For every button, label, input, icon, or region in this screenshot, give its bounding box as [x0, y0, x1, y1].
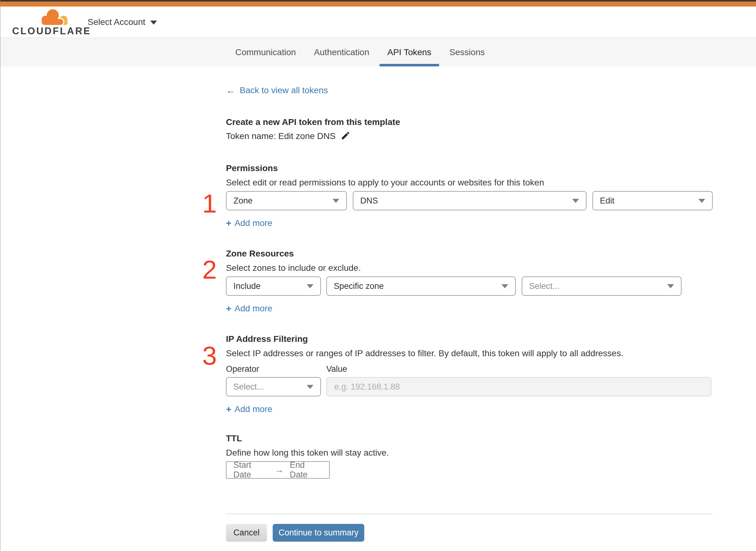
ip-filtering-heading: IP Address Filtering [226, 334, 713, 344]
account-selector-label: Select Account [88, 17, 145, 27]
account-selector[interactable]: Select Account [88, 17, 157, 27]
continue-to-summary-button[interactable]: Continue to summary [273, 524, 364, 542]
ip-value-input[interactable] [326, 377, 711, 397]
tab-communication[interactable]: Communication [227, 38, 304, 66]
brand-accent-bar [0, 2, 756, 7]
permission-resource-select[interactable]: DNS [353, 191, 587, 210]
ttl-date-range-picker[interactable]: Start Date → End Date [226, 461, 330, 479]
cloudflare-cloud-icon [40, 8, 69, 26]
end-date-label: End Date [290, 460, 322, 480]
tabs: Communication Authentication API Tokens … [227, 38, 756, 66]
chevron-down-icon [150, 21, 157, 25]
ip-filtering-row: Select... [226, 377, 713, 397]
back-link-label: Back to view all tokens [240, 85, 328, 95]
permissions-heading: Permissions [226, 163, 713, 173]
annotation-step-1: 1 [202, 190, 217, 216]
cloudflare-wordmark: CLOUDFLARE [12, 26, 71, 36]
start-date-label: Start Date [233, 460, 269, 480]
back-to-tokens-link[interactable]: ← Back to view all tokens [226, 85, 328, 96]
zone-resources-description: Select zones to include or exclude. [226, 263, 713, 273]
zone-resources-heading: Zone Resources [226, 248, 713, 259]
dropdown-caret-icon [667, 284, 674, 288]
ip-filtering-labels: Operator Value [226, 364, 713, 374]
plus-icon: + [226, 303, 231, 314]
value-label: Value [326, 364, 347, 374]
dropdown-caret-icon [332, 199, 339, 203]
plus-icon: + [226, 218, 231, 228]
dropdown-caret-icon [307, 385, 313, 389]
permission-scope-select[interactable]: Zone [226, 191, 347, 210]
permissions-description: Select edit or read permissions to apply… [226, 177, 713, 188]
token-name-row: Token name: Edit zone DNS [226, 131, 713, 141]
ip-operator-select[interactable]: Select... [226, 377, 321, 397]
annotation-step-3: 3 [202, 343, 217, 369]
plus-icon: + [226, 404, 231, 415]
dropdown-caret-icon [572, 199, 579, 203]
permission-access-select[interactable]: Edit [592, 191, 713, 210]
operator-label: Operator [226, 364, 326, 374]
annotation-step-2: 2 [202, 256, 217, 283]
ip-filtering-description: Select IP addresses or ranges of IP addr… [226, 348, 713, 359]
footer-actions: Cancel Continue to summary [226, 524, 713, 542]
tab-sessions[interactable]: Sessions [442, 38, 493, 66]
cancel-button[interactable]: Cancel [226, 524, 267, 542]
cloudflare-dashboard-page: CLOUDFLARE Select Account Communication … [0, 0, 756, 551]
cloudflare-logo[interactable]: CLOUDFLARE [12, 8, 71, 36]
footer-divider [226, 514, 713, 514]
tab-authentication[interactable]: Authentication [306, 38, 377, 66]
permissions-add-more-link[interactable]: + Add more [226, 218, 272, 228]
right-arrow-icon: → [275, 465, 283, 475]
zone-mode-select[interactable]: Include [226, 277, 321, 296]
ttl-description: Define how long this token will stay act… [226, 448, 713, 458]
ip-filtering-add-more-link[interactable]: + Add more [226, 404, 272, 415]
zone-resources-add-more-link[interactable]: + Add more [226, 303, 272, 314]
template-heading: Create a new API token from this templat… [226, 117, 713, 127]
zone-picker-select[interactable]: Select... [522, 277, 682, 296]
ttl-heading: TTL [226, 433, 713, 444]
edit-pencil-icon[interactable] [340, 131, 350, 140]
zone-resources-row: Include Specific zone Select... [226, 277, 713, 296]
left-arrow-icon: ← [226, 85, 235, 96]
token-name-text: Token name: Edit zone DNS [226, 131, 335, 141]
zone-type-select[interactable]: Specific zone [326, 277, 516, 296]
dropdown-caret-icon [502, 284, 508, 288]
profile-tab-bar: Communication Authentication API Tokens … [0, 37, 756, 66]
header: CLOUDFLARE Select Account [0, 7, 756, 37]
main-content: 1 2 3 ← Back to view all tokens Create a… [226, 66, 713, 542]
dropdown-caret-icon [698, 199, 705, 203]
permissions-row: Zone DNS Edit [226, 191, 713, 210]
dropdown-caret-icon [307, 284, 313, 288]
tab-api-tokens[interactable]: API Tokens [380, 38, 439, 66]
